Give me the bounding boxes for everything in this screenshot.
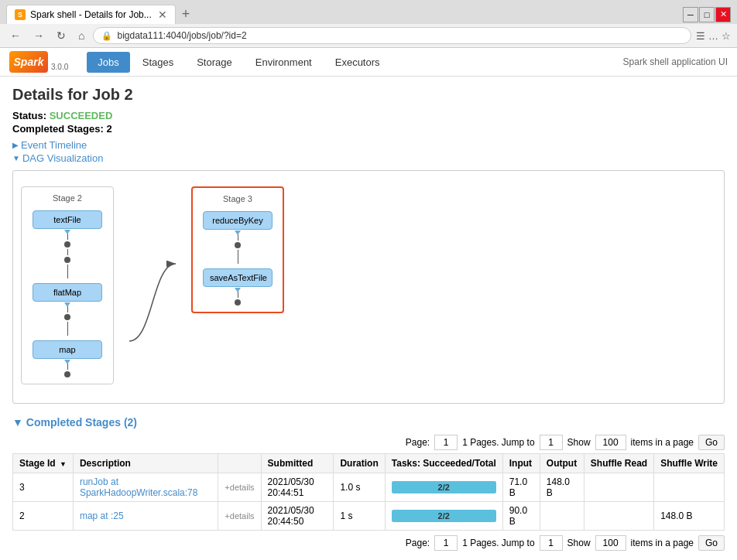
col-input: Input bbox=[502, 454, 540, 473]
cell-duration: 1.0 s bbox=[334, 473, 385, 502]
table-header-row: Stage Id ▼ Description Submitted Duratio… bbox=[13, 454, 725, 473]
dag-dot-5 bbox=[235, 242, 241, 248]
cell-description: runJob at SparkHadoopWriter.scala:78 bbox=[73, 473, 218, 502]
status-label: Status: bbox=[12, 110, 46, 121]
pagination-top: Page: 1 Pages. Jump to Show items in a p… bbox=[12, 435, 725, 450]
event-timeline-arrow-icon: ▶ bbox=[12, 141, 19, 149]
star-icon[interactable]: ☆ bbox=[722, 30, 731, 42]
tasks-progress-text: 2/2 bbox=[438, 511, 450, 521]
stages-table: Stage Id ▼ Description Submitted Duratio… bbox=[12, 453, 725, 531]
completed-stages-title[interactable]: ▼ Completed Stages (2) bbox=[12, 416, 725, 429]
nav-executors[interactable]: Executors bbox=[324, 52, 391, 73]
event-timeline-toggle[interactable]: ▶ Event Timeline bbox=[12, 139, 725, 151]
dag-stage-connector-svg bbox=[129, 225, 176, 395]
forward-button[interactable]: → bbox=[29, 28, 48, 43]
back-button[interactable]: ← bbox=[6, 28, 25, 43]
completed-stages-row: Completed Stages: 2 bbox=[12, 123, 725, 135]
extensions-icon[interactable]: … bbox=[708, 30, 718, 42]
lock-icon: 🔒 bbox=[101, 31, 112, 41]
show-count-bottom[interactable] bbox=[595, 535, 626, 551]
cell-tasks: 2/2 bbox=[385, 473, 502, 502]
address-bar[interactable]: 🔒 bigdata111:4040/jobs/job/?id=2 bbox=[93, 27, 691, 44]
event-timeline-label: Event Timeline bbox=[21, 139, 87, 151]
page-title: Details for Job 2 bbox=[12, 86, 725, 104]
active-tab[interactable]: S Spark shell - Details for Job... ✕ bbox=[6, 5, 176, 24]
cell-stage-id: 3 bbox=[13, 473, 74, 502]
dag-dot-1 bbox=[64, 241, 70, 248]
new-tab-button[interactable]: + bbox=[176, 6, 197, 22]
dag-visualization-toggle[interactable]: ▼ DAG Visualization bbox=[12, 152, 725, 164]
jump-to-top[interactable] bbox=[540, 435, 563, 450]
dag-node-textfile: textFile bbox=[33, 210, 102, 229]
close-button[interactable]: ✕ bbox=[715, 7, 731, 22]
dag-stage-3: Stage 3 reduceByKey saveAsTextFile bbox=[191, 186, 284, 313]
completed-stages-arrow-icon: ▼ bbox=[12, 416, 23, 429]
tab-favicon: S bbox=[15, 9, 26, 20]
col-stage-id: Stage Id ▼ bbox=[13, 454, 74, 473]
tab-bar: S Spark shell - Details for Job... ✕ + ─… bbox=[0, 0, 737, 24]
dag-visualization-label: DAG Visualization bbox=[22, 152, 104, 164]
col-shuffle-write: Shuffle Write bbox=[654, 454, 725, 473]
show-label-bottom: Show bbox=[567, 538, 591, 548]
tab-close-button[interactable]: ✕ bbox=[158, 9, 167, 21]
dag-dot-6 bbox=[235, 299, 241, 306]
main-content: Details for Job 2 Status: SUCCEEDED Comp… bbox=[0, 77, 737, 560]
spark-logo-image: Spark bbox=[9, 51, 48, 73]
cell-output bbox=[540, 502, 584, 531]
col-duration: Duration bbox=[334, 454, 385, 473]
spark-navigation: Jobs Stages Storage Environment Executor… bbox=[87, 52, 390, 73]
cell-shuffle-read bbox=[584, 502, 653, 531]
dag-visualization: Stage 2 textFile flatMap map bbox=[12, 170, 725, 404]
tasks-progress-bar: 2/2 bbox=[392, 510, 496, 522]
cell-details: +details bbox=[218, 502, 261, 531]
browser-actions: ☰ … ☆ bbox=[696, 30, 731, 42]
details-link[interactable]: +details bbox=[225, 511, 254, 521]
cell-shuffle-write bbox=[654, 473, 725, 502]
cell-tasks: 2/2 bbox=[385, 502, 502, 531]
spark-navbar: Spark 3.0.0 Jobs Stages Storage Environm… bbox=[0, 48, 737, 77]
cell-shuffle-read bbox=[584, 473, 653, 502]
go-button-bottom[interactable]: Go bbox=[698, 535, 725, 551]
go-button-top[interactable]: Go bbox=[698, 435, 725, 450]
table-row: 3 runJob at SparkHadoopWriter.scala:78 +… bbox=[13, 473, 725, 502]
bookmarks-icon[interactable]: ☰ bbox=[696, 30, 705, 42]
stage-description-link[interactable]: map at :25 bbox=[80, 510, 124, 521]
page-number-top[interactable] bbox=[434, 435, 458, 450]
maximize-button[interactable]: □ bbox=[699, 7, 715, 22]
dag-node-reducebykey: reduceByKey bbox=[203, 211, 273, 230]
items-label-top: items in a page bbox=[631, 437, 694, 448]
col-details bbox=[218, 454, 261, 473]
nav-jobs[interactable]: Jobs bbox=[87, 52, 129, 73]
minimize-button[interactable]: ─ bbox=[683, 7, 698, 22]
table-row: 2 map at :25 +details 2021/05/30 20:44:5… bbox=[13, 502, 725, 531]
app-title: Spark shell application UI bbox=[623, 56, 728, 67]
dag-node-map: map bbox=[33, 340, 102, 359]
pages-text-bottom: 1 Pages. Jump to bbox=[462, 538, 534, 548]
pagination-bottom: Page: 1 Pages. Jump to Show items in a p… bbox=[12, 535, 725, 551]
jump-to-bottom[interactable] bbox=[540, 535, 563, 551]
home-button[interactable]: ⌂ bbox=[74, 28, 88, 43]
cell-input: 90.0 B bbox=[502, 502, 540, 531]
sort-icon: ▼ bbox=[60, 460, 67, 468]
nav-environment[interactable]: Environment bbox=[245, 52, 323, 73]
col-tasks: Tasks: Succeeded/Total bbox=[385, 454, 502, 473]
col-shuffle-read: Shuffle Read bbox=[584, 454, 653, 473]
nav-storage[interactable]: Storage bbox=[186, 52, 243, 73]
cell-submitted: 2021/05/30 20:44:50 bbox=[261, 502, 334, 531]
browser-chrome: S Spark shell - Details for Job... ✕ + ─… bbox=[0, 0, 737, 48]
reload-button[interactable]: ↻ bbox=[53, 28, 70, 43]
pages-text-top: 1 Pages. Jump to bbox=[462, 437, 534, 448]
window-buttons: ─ □ ✕ bbox=[683, 7, 731, 22]
dag-node-saveastextfile: saveAsTextFile bbox=[203, 268, 273, 287]
tab-title: Spark shell - Details for Job... bbox=[30, 9, 152, 20]
nav-stages[interactable]: Stages bbox=[132, 52, 184, 73]
address-bar-row: ← → ↻ ⌂ 🔒 bigdata111:4040/jobs/job/?id=2… bbox=[0, 24, 737, 47]
show-count-top[interactable] bbox=[595, 435, 626, 450]
cell-output: 148.0 B bbox=[540, 473, 584, 502]
details-link[interactable]: +details bbox=[225, 483, 254, 492]
page-label-bottom: Page: bbox=[406, 538, 430, 548]
stage-description-link[interactable]: runJob at SparkHadoopWriter.scala:78 bbox=[80, 476, 198, 498]
completed-stages-label: Completed Stages: bbox=[12, 123, 104, 135]
completed-stages-section-label: Completed Stages (2) bbox=[26, 416, 137, 429]
page-number-bottom[interactable] bbox=[434, 535, 458, 551]
